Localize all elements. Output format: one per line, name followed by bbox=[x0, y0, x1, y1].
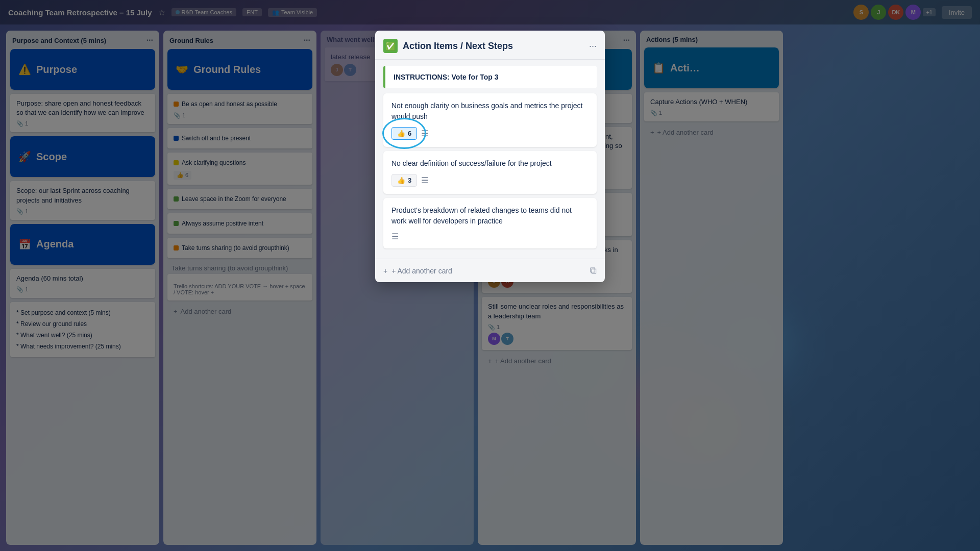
modal-card-2[interactable]: No clear definition of success/failure f… bbox=[383, 151, 597, 194]
vote-btn-highlighted: 👍 6 bbox=[391, 127, 417, 140]
card-menu-icon-1[interactable]: ☰ bbox=[421, 129, 428, 138]
modal-card-2-actions: 👍 3 ☰ bbox=[391, 174, 589, 187]
modal-header: ✅ Action Items / Next Steps ··· bbox=[375, 31, 605, 60]
modal-card-3[interactable]: Product's breakdown of related changes t… bbox=[383, 198, 597, 248]
modal-body: INSTRUCTIONS: Vote for Top 3 Not enough … bbox=[375, 60, 605, 259]
add-another-card-btn[interactable]: + + Add another card bbox=[383, 267, 452, 275]
check-emoji: ✅ bbox=[385, 41, 396, 51]
thumbs-up-icon: 👍 bbox=[397, 177, 405, 184]
add-another-label: + Add another card bbox=[391, 267, 452, 275]
card-menu-icon-2[interactable]: ☰ bbox=[421, 176, 428, 185]
copy-icon[interactable]: ⧉ bbox=[590, 265, 597, 276]
modal-icon: ✅ bbox=[383, 39, 398, 53]
modal-card-1-actions: 👍 6 ☰ bbox=[391, 127, 589, 140]
modal-card-1[interactable]: Not enough clarity on business goals and… bbox=[383, 93, 597, 147]
vote-btn-1[interactable]: 👍 6 bbox=[391, 127, 417, 140]
modal-card-3-actions: ☰ bbox=[391, 232, 589, 241]
modal-menu-btn[interactable]: ··· bbox=[589, 41, 597, 52]
modal-overlay[interactable]: ✅ Action Items / Next Steps ··· INSTRUCT… bbox=[0, 0, 980, 551]
vote-btn-2[interactable]: 👍 3 bbox=[391, 174, 417, 187]
modal-card-1-text: Not enough clarity on business goals and… bbox=[391, 101, 589, 122]
modal-footer: + + Add another card ⧉ bbox=[375, 259, 605, 282]
modal-instructions: INSTRUCTIONS: Vote for Top 3 bbox=[383, 66, 597, 88]
modal-card-2-text: No clear definition of success/failure f… bbox=[391, 158, 589, 169]
vote-count-1: 6 bbox=[408, 130, 411, 137]
modal-title: Action Items / Next Steps bbox=[403, 41, 513, 52]
plus-icon: + bbox=[383, 267, 387, 275]
modal-title-row: ✅ Action Items / Next Steps bbox=[383, 39, 513, 53]
modal-card-3-text: Product's breakdown of related changes t… bbox=[391, 205, 589, 227]
vote-count-2: 3 bbox=[408, 177, 411, 184]
card-menu-icon-3[interactable]: ☰ bbox=[391, 232, 399, 241]
modal-action-items: ✅ Action Items / Next Steps ··· INSTRUCT… bbox=[375, 31, 605, 282]
thumbs-up-icon: 👍 bbox=[397, 130, 405, 137]
instructions-text: INSTRUCTIONS: Vote for Top 3 bbox=[394, 73, 499, 81]
